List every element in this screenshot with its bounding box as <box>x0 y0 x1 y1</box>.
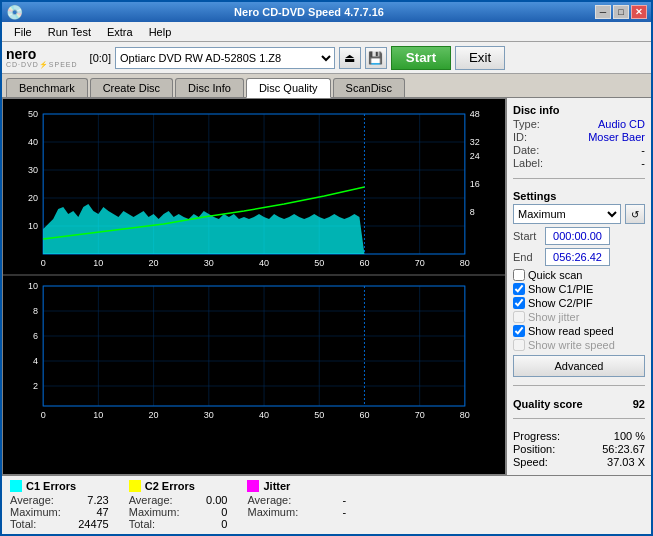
start-time-input[interactable] <box>545 227 610 245</box>
lower-chart: 10 8 6 4 2 0 10 20 30 40 50 60 70 80 <box>3 276 505 426</box>
show-c1pie-checkbox[interactable] <box>513 283 525 295</box>
close-button[interactable]: ✕ <box>631 5 647 19</box>
legend-c2-total: Total: 0 <box>129 518 228 530</box>
disc-date-value: - <box>641 144 645 156</box>
toolbar: nero CD·DVD⚡SPEED [0:0] Optiarc DVD RW A… <box>2 42 651 74</box>
menu-file[interactable]: File <box>6 24 40 40</box>
legend-c1-total: Total: 24475 <box>10 518 109 530</box>
speed-label: Speed: <box>513 456 548 468</box>
refresh-icon[interactable]: ↺ <box>625 204 645 224</box>
legend-jitter-title: Jitter <box>263 480 290 492</box>
menu-extra[interactable]: Extra <box>99 24 141 40</box>
show-write-speed-label: Show write speed <box>528 339 615 351</box>
svg-text:40: 40 <box>259 258 269 268</box>
tab-scan-disc[interactable]: ScanDisc <box>333 78 405 97</box>
position-label: Position: <box>513 443 555 455</box>
legend-c1-maximum: Maximum: 47 <box>10 506 109 518</box>
drive-select[interactable]: Optiarc DVD RW AD-5280S 1.Z8 <box>115 47 335 69</box>
tab-create-disc[interactable]: Create Disc <box>90 78 173 97</box>
quality-score-row: Quality score 92 <box>513 398 645 410</box>
svg-text:0: 0 <box>41 410 46 420</box>
settings-title: Settings <box>513 190 645 202</box>
tab-disc-info[interactable]: Disc Info <box>175 78 244 97</box>
svg-text:40: 40 <box>28 137 38 147</box>
speed-value: 37.03 X <box>607 456 645 468</box>
svg-text:32: 32 <box>470 137 480 147</box>
start-button[interactable]: Start <box>391 46 451 70</box>
svg-text:8: 8 <box>33 306 38 316</box>
tab-benchmark[interactable]: Benchmark <box>6 78 88 97</box>
legend: C1 Errors Average: 7.23 Maximum: 47 Tota… <box>2 475 651 534</box>
upper-chart: 50 40 30 20 10 48 32 24 16 8 0 10 20 30 <box>3 99 505 274</box>
tab-disc-quality[interactable]: Disc Quality <box>246 78 331 98</box>
progress-value: 100 % <box>614 430 645 442</box>
svg-text:80: 80 <box>460 410 470 420</box>
show-jitter-checkbox[interactable] <box>513 311 525 323</box>
svg-text:24: 24 <box>470 151 480 161</box>
svg-text:4: 4 <box>33 356 38 366</box>
settings-section: Settings Maximum ↺ Start End Q <box>513 190 645 377</box>
menu-help[interactable]: Help <box>141 24 180 40</box>
show-c2pif-checkbox[interactable] <box>513 297 525 309</box>
save-icon[interactable]: 💾 <box>365 47 387 69</box>
svg-text:48: 48 <box>470 109 480 119</box>
app-window: 💿 Nero CD-DVD Speed 4.7.7.16 ─ □ ✕ File … <box>0 0 653 536</box>
show-write-speed-checkbox[interactable] <box>513 339 525 351</box>
svg-text:20: 20 <box>28 193 38 203</box>
svg-text:50: 50 <box>28 109 38 119</box>
legend-c1-header: C1 Errors <box>10 480 109 492</box>
svg-text:2: 2 <box>33 381 38 391</box>
disc-label-value: - <box>641 157 645 169</box>
svg-text:10: 10 <box>93 258 103 268</box>
speed-row-prog: Speed: 37.03 X <box>513 456 645 468</box>
tabs: Benchmark Create Disc Disc Info Disc Qua… <box>2 74 651 98</box>
menu-bar: File Run Test Extra Help <box>2 22 651 42</box>
speed-select[interactable]: Maximum <box>513 204 621 224</box>
legend-c2-average: Average: 0.00 <box>129 494 228 506</box>
legend-jitter-box <box>247 480 259 492</box>
end-label: End <box>513 251 541 263</box>
legend-c1-title: C1 Errors <box>26 480 76 492</box>
svg-text:70: 70 <box>415 410 425 420</box>
drive-label: [0:0] <box>90 52 111 64</box>
svg-text:30: 30 <box>204 258 214 268</box>
disc-id-row: ID: Moser Baer <box>513 131 645 143</box>
eject-icon[interactable]: ⏏ <box>339 47 361 69</box>
svg-text:16: 16 <box>470 179 480 189</box>
disc-date-row: Date: - <box>513 144 645 156</box>
nero-logo: nero CD·DVD⚡SPEED <box>6 47 78 69</box>
svg-text:50: 50 <box>314 258 324 268</box>
upper-chart-svg: 50 40 30 20 10 48 32 24 16 8 0 10 20 30 <box>3 99 505 274</box>
menu-run-test[interactable]: Run Test <box>40 24 99 40</box>
disc-type-value: Audio CD <box>598 118 645 130</box>
end-time-input[interactable] <box>545 248 610 266</box>
legend-c1-box <box>10 480 22 492</box>
legend-c2-title: C2 Errors <box>145 480 195 492</box>
show-read-speed-label: Show read speed <box>528 325 614 337</box>
show-read-speed-checkbox[interactable] <box>513 325 525 337</box>
svg-text:40: 40 <box>259 410 269 420</box>
quality-score-value: 92 <box>633 398 645 410</box>
quick-scan-checkbox[interactable] <box>513 269 525 281</box>
end-row: End <box>513 248 645 266</box>
svg-text:10: 10 <box>93 410 103 420</box>
show-c2pif-row: Show C2/PIF <box>513 297 645 309</box>
svg-text:60: 60 <box>359 258 369 268</box>
position-value: 56:23.67 <box>602 443 645 455</box>
disc-label-row: Label: - <box>513 157 645 169</box>
legend-c1-average: Average: 7.23 <box>10 494 109 506</box>
exit-button[interactable]: Exit <box>455 46 505 70</box>
legend-jitter-maximum: Maximum: - <box>247 506 346 518</box>
svg-text:80: 80 <box>460 258 470 268</box>
disc-label-label: Label: <box>513 157 543 169</box>
charts-column: 50 40 30 20 10 48 32 24 16 8 0 10 20 30 <box>2 98 506 475</box>
minimize-button[interactable]: ─ <box>595 5 611 19</box>
legend-c2: C2 Errors Average: 0.00 Maximum: 0 Total… <box>129 480 228 530</box>
position-row: Position: 56:23.67 <box>513 443 645 455</box>
advanced-button[interactable]: Advanced <box>513 355 645 377</box>
legend-jitter-average: Average: - <box>247 494 346 506</box>
disc-id-label: ID: <box>513 131 527 143</box>
maximize-button[interactable]: □ <box>613 5 629 19</box>
svg-text:8: 8 <box>470 207 475 217</box>
lower-chart-svg: 10 8 6 4 2 0 10 20 30 40 50 60 70 80 <box>3 276 505 424</box>
